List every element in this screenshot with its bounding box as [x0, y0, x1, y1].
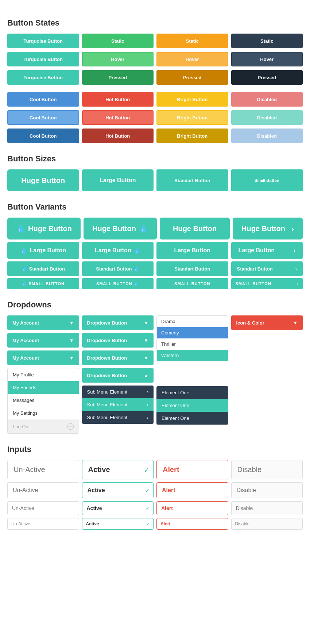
my-account-label-1: My Account [12, 320, 39, 326]
my-account-label-3: My Account [12, 355, 39, 361]
hot-button-3[interactable]: Hot Button [82, 129, 154, 143]
input-unactive-2-field[interactable] [7, 482, 79, 498]
menu-item-messages[interactable]: Messages [8, 394, 79, 407]
orange-pressed-button[interactable]: Pressed [156, 70, 228, 85]
btn-states-row6: Cool Button Hot Button Bright Button Dis… [7, 129, 303, 143]
input-unactive-1-field[interactable] [7, 460, 79, 479]
cool-button-3[interactable]: Cool Button [7, 129, 79, 143]
turquoise-button-3[interactable]: Turquoise Button [7, 70, 79, 85]
turquoise-button-1[interactable]: Turquoise Button [7, 34, 79, 48]
my-account-btn-2[interactable]: My Account ▼ [7, 333, 79, 348]
green-static-button[interactable]: Static [82, 34, 154, 48]
dropdown-btn-4[interactable]: Dropdown Button ▲ [82, 368, 154, 383]
arrow-icon: › [291, 225, 294, 233]
popup-item-1[interactable]: Element One [156, 386, 228, 399]
dropdown-btn-label-3: Dropdown Button [87, 355, 127, 361]
standard-icon-right[interactable]: Standart Button💧 [82, 261, 154, 276]
green-pressed-button[interactable]: Pressed [82, 70, 154, 85]
huge-button[interactable]: Huge Button [7, 169, 79, 191]
huge-arrow[interactable]: Huge Button› [233, 218, 303, 239]
small-no-icon[interactable]: SMALL BUTTON [156, 278, 228, 289]
orange-hover-button[interactable]: Hover [156, 52, 228, 66]
huge-no-icon[interactable]: Huge Button [160, 218, 230, 239]
standard-icon-left[interactable]: 💧Standart Button [7, 261, 79, 276]
btn-states-row4: Cool Button Hot Button Bright Button Dis… [7, 92, 303, 107]
dropdown-btn-3[interactable]: Dropdown Button ▼ [82, 350, 154, 365]
large-no-icon[interactable]: Large Button [156, 242, 228, 259]
small-button[interactable]: Small Button [231, 169, 303, 191]
input-alert-3-field[interactable] [156, 501, 228, 515]
bright-button-1[interactable]: Bright Button [156, 92, 228, 107]
input-disabled-2 [231, 482, 303, 498]
standard-no-icon[interactable]: Standart Button [156, 261, 228, 276]
submenu-item-1[interactable]: Sub Menu Element › [82, 386, 154, 398]
water-icon-right-lg: 💧 [133, 247, 141, 254]
select-item-thriller[interactable]: Thriller [157, 338, 228, 350]
huge-icon-left[interactable]: 💧Huge Button [7, 218, 81, 239]
cool-button-1[interactable]: Cool Button [7, 92, 79, 107]
menu-item-profile[interactable]: My Profile [8, 368, 79, 381]
check-icon-3: ✓ [146, 505, 150, 511]
popup-item-3[interactable]: Element One [156, 412, 228, 425]
button-states-title: Button States [7, 18, 303, 28]
huge-icon-right[interactable]: Huge Button💧 [84, 218, 157, 239]
water-icon-right-sm: 💧 [133, 281, 139, 286]
large-button[interactable]: Large Button [82, 169, 154, 191]
popup-item-2[interactable]: Element One [156, 399, 228, 412]
my-account-btn-1[interactable]: My Account ▼ [7, 315, 79, 330]
orange-static-button[interactable]: Static [156, 34, 228, 48]
select-item-western[interactable]: Western [157, 350, 228, 361]
dark-static-button[interactable]: Static [231, 34, 303, 48]
menu-item-friends[interactable]: My Friends [8, 381, 79, 394]
small-icon-left[interactable]: 💧SMALL BUTTON [7, 278, 79, 289]
disabled-red-button: Disabled [231, 92, 303, 107]
water-icon-left-sm: 💧 [22, 281, 27, 286]
dropdown-arrow-1: ▼ [69, 320, 74, 326]
standard-button[interactable]: Standart Button [156, 169, 228, 191]
input-alert-1-field[interactable] [156, 460, 228, 479]
hot-button-1[interactable]: Hot Button [82, 92, 154, 107]
check-icon-2: ✓ [145, 487, 150, 494]
small-icon-right[interactable]: SMALL BUTTON💧 [82, 278, 154, 289]
input-disabled-3-field [231, 501, 303, 515]
standard-arrow[interactable]: Standart Button› [231, 261, 303, 276]
input-active-1-field[interactable] [82, 460, 154, 479]
select-item-drama[interactable]: Drama [157, 316, 228, 327]
submenu-item-2[interactable]: Sub Menu Element › [82, 398, 154, 411]
small-arrow[interactable]: SMALL BUTTON› [231, 278, 303, 289]
variants-huge-row: 💧Huge Button Huge Button💧 Huge Button Hu… [7, 218, 303, 239]
submenu-arrow-2: › [147, 402, 148, 407]
select-item-comedy[interactable]: Comedy [157, 327, 228, 338]
btn-states-row2: Turquoise Button Hover Hover Hover [7, 52, 303, 66]
turquoise-button-2[interactable]: Turquoise Button [7, 52, 79, 66]
input-unactive-4-field[interactable] [7, 518, 79, 530]
cool-button-2[interactable]: Cool Button [7, 110, 79, 125]
bright-button-3[interactable]: Bright Button [156, 129, 228, 143]
large-arrow[interactable]: Large Button› [231, 242, 303, 259]
input-active-4-field[interactable] [82, 518, 154, 530]
green-hover-button[interactable]: Hover [82, 52, 154, 66]
submenu-item-3[interactable]: Sub Menu Element › [82, 411, 154, 424]
dropdown-btn-1[interactable]: Dropdown Button ▼ [82, 315, 154, 330]
input-alert-4-field[interactable] [156, 518, 228, 530]
icon-color-btn[interactable]: Icon & Color ▼ [231, 315, 303, 330]
disabled-teal-button: Disabled [231, 110, 303, 125]
input-active-2-field[interactable] [82, 482, 154, 498]
hot-button-2[interactable]: Hot Button [82, 110, 154, 125]
input-alert-2-field[interactable] [156, 482, 228, 498]
large-icon-right[interactable]: Large Button💧 [82, 242, 154, 259]
water-icon-right-std: 💧 [133, 266, 139, 272]
dark-pressed-button[interactable]: Pressed [231, 70, 303, 85]
dropdown-btn-arrow-2: ▼ [144, 338, 148, 343]
dark-hover-button[interactable]: Hover [231, 52, 303, 66]
dropdown-btn-2[interactable]: Dropdown Button ▼ [82, 333, 154, 348]
my-account-btn-3[interactable]: My Account ▼ [7, 350, 79, 365]
input-active-3-field[interactable] [82, 501, 154, 515]
menu-item-settings[interactable]: My Settings [8, 407, 79, 419]
input-unactive-3-field[interactable] [7, 501, 79, 515]
dropdown-arrow-3: ▼ [69, 355, 74, 361]
large-icon-left[interactable]: 💧Large Button [7, 242, 79, 259]
bright-button-2[interactable]: Bright Button [156, 110, 228, 125]
check-icon-1: ✓ [144, 465, 150, 474]
water-icon-left: 💧 [16, 224, 25, 233]
